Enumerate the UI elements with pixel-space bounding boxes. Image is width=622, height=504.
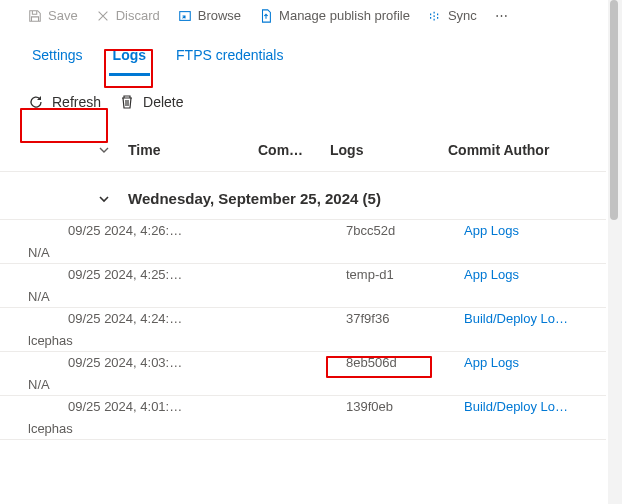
cell-author: lcephas [28, 421, 268, 436]
save-button[interactable]: Save [28, 8, 78, 23]
cell-time: 09/25 2024, 4:01:… [28, 399, 258, 414]
tab-settings[interactable]: Settings [28, 41, 87, 76]
discard-button[interactable]: Discard [96, 8, 160, 23]
cell-author: N/A [28, 245, 268, 260]
table-row[interactable]: 09/25 2024, 4:03:…8eb506dApp LogsN/A [0, 352, 606, 396]
manage-profile-button[interactable]: Manage publish profile [259, 8, 410, 23]
manage-label: Manage publish profile [279, 8, 410, 23]
scroll-thumb[interactable] [610, 0, 618, 220]
log-link[interactable]: App Logs [464, 355, 584, 370]
cell-commit: 139f0eb [346, 399, 464, 414]
document-icon [259, 9, 273, 23]
save-icon [28, 9, 42, 23]
log-link[interactable]: Build/Deploy Lo… [464, 311, 584, 326]
cell-time: 09/25 2024, 4:24:… [28, 311, 258, 326]
log-link[interactable]: App Logs [464, 267, 584, 282]
table-header-row: Time Com… Logs Commit Author [0, 128, 606, 172]
overflow-button[interactable]: ⋯ [495, 8, 508, 23]
cell-author: lcephas [28, 333, 268, 348]
cell-author: N/A [28, 289, 268, 304]
log-link[interactable]: App Logs [464, 223, 584, 238]
cell-commit: temp-d1 [346, 267, 464, 282]
tab-ftps[interactable]: FTPS credentials [172, 41, 287, 76]
cell-time: 09/25 2024, 4:03:… [28, 355, 258, 370]
action-bar: Refresh Delete [0, 76, 606, 128]
cell-author: N/A [28, 377, 268, 392]
vertical-scrollbar[interactable] [608, 0, 622, 504]
refresh-button[interactable]: Refresh [28, 94, 101, 110]
save-label: Save [48, 8, 78, 23]
delete-button[interactable]: Delete [119, 94, 183, 110]
refresh-icon [28, 94, 44, 110]
col-logs[interactable]: Logs [330, 142, 448, 158]
close-icon [96, 9, 110, 23]
table-row[interactable]: 09/25 2024, 4:25:…temp-d1App LogsN/A [0, 264, 606, 308]
tab-logs[interactable]: Logs [109, 41, 150, 76]
trash-icon [119, 94, 135, 110]
refresh-label: Refresh [52, 94, 101, 110]
chevron-down-icon [98, 193, 110, 205]
sync-label: Sync [448, 8, 477, 23]
col-time[interactable]: Time [128, 142, 258, 158]
delete-label: Delete [143, 94, 183, 110]
group-row[interactable]: Wednesday, September 25, 2024 (5) [0, 172, 606, 220]
expand-all-toggle[interactable] [28, 144, 128, 156]
sync-button[interactable]: Sync [428, 8, 477, 23]
col-commit[interactable]: Com… [258, 142, 330, 158]
discard-label: Discard [116, 8, 160, 23]
col-author[interactable]: Commit Author [448, 142, 568, 158]
browse-icon [178, 9, 192, 23]
cell-time: 09/25 2024, 4:26:… [28, 223, 258, 238]
table-row[interactable]: 09/25 2024, 4:01:…139f0ebBuild/Deploy Lo… [0, 396, 606, 440]
command-bar: Save Discard Browse Manage publish profi… [0, 0, 606, 29]
table-row[interactable]: 09/25 2024, 4:24:…37f9f36Build/Deploy Lo… [0, 308, 606, 352]
cell-commit: 8eb506d [346, 355, 464, 370]
chevron-down-icon [98, 144, 110, 156]
browse-label: Browse [198, 8, 241, 23]
logs-table: Time Com… Logs Commit Author Wednesday, … [0, 128, 606, 440]
cell-commit: 37f9f36 [346, 311, 464, 326]
ellipsis-icon: ⋯ [495, 8, 508, 23]
tab-bar: Settings Logs FTPS credentials [0, 29, 606, 76]
log-link[interactable]: Build/Deploy Lo… [464, 399, 584, 414]
group-toggle[interactable] [28, 193, 128, 205]
group-label: Wednesday, September 25, 2024 (5) [128, 190, 606, 207]
sync-icon [428, 9, 442, 23]
cell-commit: 7bcc52d [346, 223, 464, 238]
table-row[interactable]: 09/25 2024, 4:26:…7bcc52dApp LogsN/A [0, 220, 606, 264]
browse-button[interactable]: Browse [178, 8, 241, 23]
cell-time: 09/25 2024, 4:25:… [28, 267, 258, 282]
